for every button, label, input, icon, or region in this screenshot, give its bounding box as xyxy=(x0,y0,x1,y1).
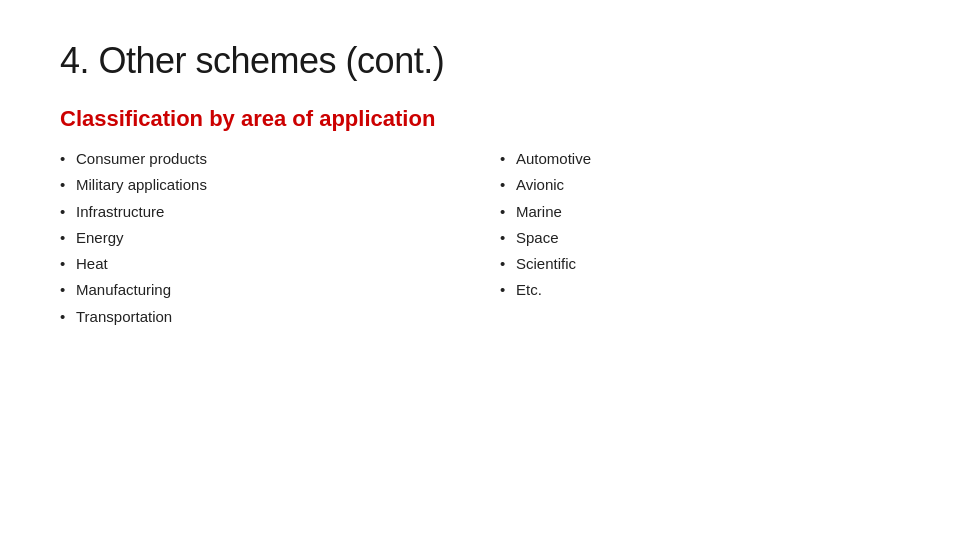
section-heading: Classification by area of application xyxy=(60,106,900,132)
bullet-list: Consumer productsMilitary applicationsIn… xyxy=(60,146,900,330)
list-item: Transportation xyxy=(60,304,460,330)
slide-title: 4. Other schemes (cont.) xyxy=(60,40,900,82)
list-item: Energy xyxy=(60,225,460,251)
list-item: Marine xyxy=(500,199,900,225)
list-item: Scientific xyxy=(500,251,900,277)
list-item: Avionic xyxy=(500,172,900,198)
list-item: Consumer products xyxy=(60,146,460,172)
list-item: Heat xyxy=(60,251,460,277)
list-item: Manufacturing xyxy=(60,277,460,303)
list-item: Automotive xyxy=(500,146,900,172)
slide: 4. Other schemes (cont.) Classification … xyxy=(0,0,960,540)
list-item: Infrastructure xyxy=(60,199,460,225)
list-item: Military applications xyxy=(60,172,460,198)
list-item: Space xyxy=(500,225,900,251)
list-item: Etc. xyxy=(500,277,900,303)
